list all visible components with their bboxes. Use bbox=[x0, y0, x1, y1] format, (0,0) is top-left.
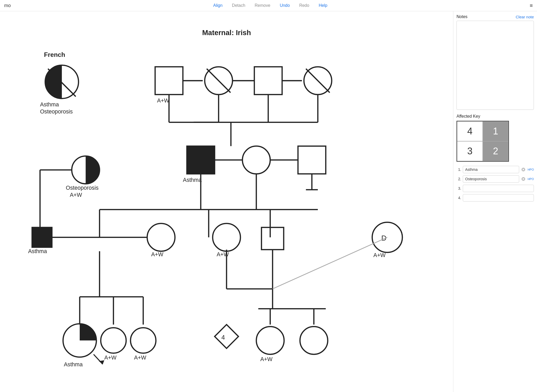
gen4-asthma-label: Asthma bbox=[64, 361, 83, 367]
maternal-label: Maternal: Irish bbox=[202, 29, 251, 37]
pedigree-svg[interactable]: Maternal: Irish French Asthma Osteoporos… bbox=[0, 11, 453, 392]
french-label: French bbox=[44, 51, 65, 58]
clear-icon-1 bbox=[521, 167, 525, 172]
notes-header: Notes Clear note bbox=[457, 14, 534, 19]
gen3-left-aw: A+W bbox=[151, 251, 163, 257]
gen4-female-aw1[interactable] bbox=[101, 328, 126, 353]
gen2-asthma-label: Asthma bbox=[183, 177, 202, 183]
gen2-osteo-label: Osteoporosis bbox=[66, 185, 99, 191]
top-bar-actions: Align Detach Remove Undo Redo Help bbox=[17, 2, 523, 9]
gen4-female-aw2[interactable] bbox=[131, 328, 156, 353]
condition-number-4: 4. bbox=[457, 196, 461, 200]
condition-row-4: 4. bbox=[457, 194, 534, 202]
top-left-female-fill bbox=[45, 65, 62, 99]
notes-section: Notes Clear note bbox=[457, 14, 534, 110]
affected-key-section: Affected Key 4 1 3 2 bbox=[457, 114, 534, 162]
top-left-label1: Asthma bbox=[40, 101, 59, 107]
align-button[interactable]: Align bbox=[211, 2, 225, 9]
affected-key-grid: 4 1 3 2 bbox=[457, 121, 509, 162]
condition-row-1: 1. HPO bbox=[457, 166, 534, 173]
key-cell-1: 1 bbox=[483, 121, 508, 141]
condition-number-1: 1. bbox=[457, 167, 461, 172]
top-left-label2: Osteoporosis bbox=[40, 108, 73, 115]
gen3-female-mid[interactable] bbox=[213, 224, 240, 251]
gen4-asthma-fill bbox=[80, 324, 96, 341]
donor-aw: A+W bbox=[373, 252, 385, 258]
canvas-area[interactable]: Maternal: Irish French Asthma Osteoporos… bbox=[0, 11, 453, 392]
gen2-affected-male[interactable] bbox=[187, 146, 215, 174]
clear-note-button[interactable]: Clear note bbox=[516, 15, 534, 19]
gen4-diamond[interactable] bbox=[215, 325, 239, 349]
main-content: Maternal: Irish French Asthma Osteoporos… bbox=[0, 11, 537, 392]
affected-key-title: Affected Key bbox=[457, 114, 534, 119]
gen4-diamond-label: 4 bbox=[221, 334, 225, 341]
condition-clear-2[interactable] bbox=[521, 176, 526, 182]
gen4-female-right2[interactable] bbox=[300, 326, 328, 354]
gen3-female-left[interactable] bbox=[147, 224, 175, 251]
hpo-button-2[interactable]: HPO bbox=[528, 177, 534, 181]
gen2-male-sibling[interactable] bbox=[298, 146, 326, 174]
app-name: mo bbox=[4, 3, 11, 8]
gen3-asthma-label: Asthma bbox=[28, 248, 47, 254]
remove-button[interactable]: Remove bbox=[253, 2, 272, 9]
top-bar-right: ≡ bbox=[530, 3, 533, 9]
help-button[interactable]: Help bbox=[316, 2, 329, 9]
clear-icon-2 bbox=[521, 177, 525, 181]
condition-number-2: 2. bbox=[457, 177, 461, 181]
gen2-female[interactable] bbox=[243, 146, 270, 174]
donor-connection-line bbox=[273, 237, 387, 289]
gen4-aw1-label: A+W bbox=[104, 355, 116, 361]
condition-clear-1[interactable] bbox=[521, 167, 526, 172]
notes-title: Notes bbox=[457, 14, 468, 19]
condition-number-3: 3. bbox=[457, 186, 461, 190]
redo-button[interactable]: Redo bbox=[297, 2, 311, 9]
mat-gm-right-deceased bbox=[306, 69, 330, 92]
condition-row-3: 3. bbox=[457, 185, 534, 192]
notes-textarea[interactable] bbox=[457, 21, 534, 110]
key-cell-2: 2 bbox=[483, 141, 508, 161]
condition-row-2: 2. HPO bbox=[457, 175, 534, 183]
hpo-button-1[interactable]: HPO bbox=[528, 168, 534, 171]
condition-input-4[interactable] bbox=[463, 194, 534, 202]
detach-button[interactable]: Detach bbox=[230, 2, 248, 9]
mat-gf-left[interactable] bbox=[155, 67, 183, 95]
right-panel: Notes Clear note Affected Key 4 1 3 2 1. bbox=[453, 11, 537, 392]
gen4-female-right1[interactable] bbox=[256, 326, 284, 354]
menu-icon[interactable]: ≡ bbox=[530, 3, 533, 9]
gen2-left-female-fill bbox=[86, 156, 100, 184]
gen4-right1-aw: A+W bbox=[260, 356, 272, 362]
gen4-aw2-label: A+W bbox=[134, 355, 146, 361]
key-cell-3: 3 bbox=[457, 141, 483, 161]
mat-gf-left-label: A+W bbox=[157, 97, 169, 104]
gen2-aw-label: A+W bbox=[70, 192, 82, 198]
condition-input-2[interactable] bbox=[463, 175, 519, 183]
key-cell-4: 4 bbox=[457, 121, 483, 141]
condition-input-3[interactable] bbox=[463, 185, 534, 192]
condition-input-1[interactable] bbox=[463, 166, 519, 173]
mat-gm-left-deceased bbox=[207, 69, 230, 92]
conditions-list: 1. HPO 2. bbox=[457, 166, 534, 202]
mat-gf-right[interactable] bbox=[254, 67, 282, 95]
top-bar: mo Align Detach Remove Undo Redo Help ≡ bbox=[0, 0, 537, 11]
undo-button[interactable]: Undo bbox=[278, 2, 292, 9]
gen3-male[interactable] bbox=[261, 227, 284, 250]
